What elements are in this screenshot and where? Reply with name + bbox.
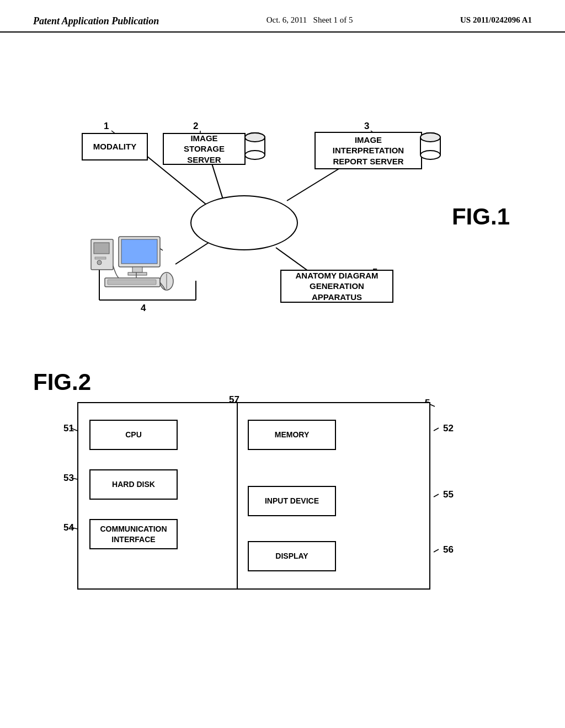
patent-number: US 2011/0242096 A1	[460, 15, 532, 25]
svg-point-24	[420, 151, 440, 159]
memory-box: MEMORY	[248, 420, 336, 450]
ref-3: 3	[364, 121, 369, 132]
fig1-diagram: 1 2 3 9 5 4a 4 MODALITY IMAGE STORAGE SE…	[33, 49, 532, 358]
ref-52: 52	[443, 423, 454, 434]
ref-53: 53	[63, 473, 74, 484]
network-ellipse	[190, 195, 298, 250]
image-storage-box: IMAGE STORAGE SERVER	[163, 133, 246, 165]
fig2-diagram: FIG.2 5 57 CPU	[33, 369, 532, 601]
svg-rect-29	[95, 257, 106, 259]
ref-55: 55	[443, 489, 454, 500]
cpu-box: CPU	[89, 420, 178, 450]
db-svg-storage	[244, 132, 266, 162]
computer-svg	[88, 234, 188, 300]
publication-label: Patent Application Publication	[33, 15, 159, 27]
svg-rect-35	[108, 280, 156, 285]
anatomy-box: ANATOMY DIAGRAM GENERATION APPARATUS	[280, 270, 393, 303]
comm-interface-box: COMMUNICATION INTERFACE	[89, 519, 178, 549]
hard-disk-box: HARD DISK	[89, 469, 178, 500]
svg-rect-31	[121, 239, 157, 264]
svg-line-51	[434, 494, 439, 497]
ref-51: 51	[63, 423, 74, 434]
svg-rect-33	[128, 272, 147, 275]
header-date: Oct. 6, 2011	[266, 15, 307, 24]
fig2-outer-box: CPU HARD DISK COMMUNICATION INTERFACE ME…	[77, 402, 430, 590]
svg-point-19	[245, 133, 265, 142]
svg-point-28	[97, 260, 102, 265]
header-sheet: Sheet 1 of 5	[313, 15, 353, 24]
svg-rect-27	[94, 243, 109, 254]
modality-box: MODALITY	[82, 133, 148, 160]
ref-4: 4	[141, 303, 146, 314]
db-icon-interp	[419, 132, 441, 164]
db-svg-interp	[419, 132, 441, 162]
header-date-sheet: Oct. 6, 2011 Sheet 1 of 5	[266, 15, 353, 25]
input-device-box: INPUT DEVICE	[248, 486, 336, 516]
computer-illustration	[88, 234, 188, 300]
svg-rect-32	[132, 267, 142, 272]
ref-2: 2	[193, 121, 198, 132]
ref-56: 56	[443, 544, 454, 555]
db-icon-storage	[244, 132, 266, 164]
ref-54: 54	[63, 522, 74, 533]
svg-line-52	[434, 549, 439, 552]
svg-line-50	[434, 428, 439, 431]
svg-point-25	[420, 133, 440, 142]
page-content: 1 2 3 9 5 4a 4 MODALITY IMAGE STORAGE SE…	[0, 33, 565, 617]
display-box: DISPLAY	[248, 541, 336, 571]
fig1-label: FIG.1	[452, 204, 510, 230]
svg-point-18	[245, 151, 265, 159]
image-interp-box: IMAGE INTERPRETATION REPORT SERVER	[315, 132, 422, 169]
page-header: Patent Application Publication Oct. 6, 2…	[0, 0, 565, 33]
fig2-divider	[237, 403, 238, 588]
ref-1: 1	[104, 121, 109, 132]
fig2-label: FIG.2	[33, 369, 91, 395]
